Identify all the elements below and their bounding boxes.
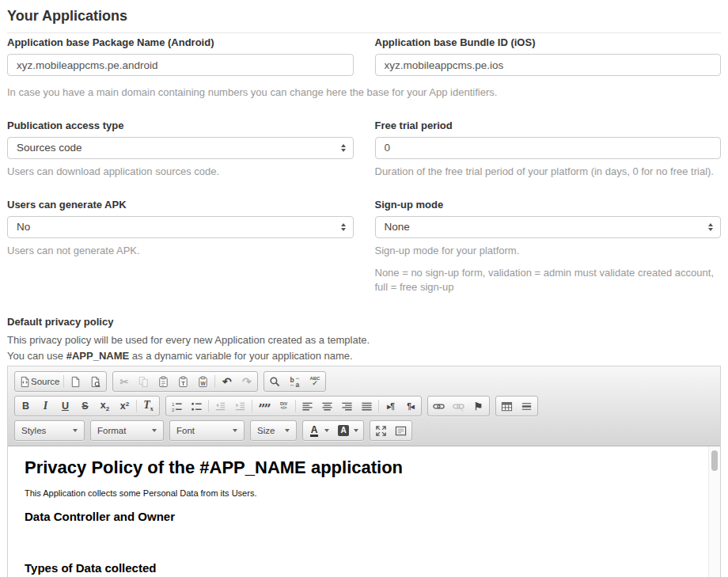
subscript-icon: x2 xyxy=(99,400,112,412)
link-button[interactable] xyxy=(429,397,449,416)
undo-button[interactable]: ↶ xyxy=(217,372,237,391)
replace-button[interactable]: ba xyxy=(285,372,305,391)
newpage-button[interactable] xyxy=(66,372,85,391)
toolbar-group xyxy=(370,420,412,441)
format-dropdown[interactable]: Format xyxy=(92,421,162,440)
source-button[interactable]: Source xyxy=(16,372,62,391)
underline-button[interactable]: U xyxy=(55,397,75,416)
anchor-button[interactable]: ⚑ xyxy=(468,397,488,416)
find-button[interactable] xyxy=(265,372,285,391)
outdent-button xyxy=(210,397,230,416)
format-label: Format xyxy=(97,426,126,435)
paste-button[interactable] xyxy=(154,372,173,391)
spellcheck-button[interactable]: ABC✓ xyxy=(305,372,324,391)
font-dropdown[interactable]: Font xyxy=(171,421,243,440)
bulletlist-icon xyxy=(191,400,203,412)
toolbar-separator xyxy=(252,400,252,412)
preview-button[interactable] xyxy=(85,372,105,391)
textcolor-button[interactable]: A xyxy=(304,421,333,440)
blockquote-button[interactable]: ”” xyxy=(254,397,274,416)
generate-apk-help: Users can not generate APK. xyxy=(7,244,354,259)
italic-button[interactable]: I xyxy=(36,397,55,416)
spacer xyxy=(25,530,693,561)
chevron-down-icon xyxy=(73,429,78,432)
svg-text:b: b xyxy=(290,376,294,384)
free-trial-label: Free trial period xyxy=(375,120,722,131)
bulletlist-button[interactable] xyxy=(187,397,207,416)
find-icon xyxy=(269,375,282,388)
toolbar-group: ⚑ xyxy=(427,396,490,416)
field-bundle-id: Application base Bundle ID (iOS) xyxy=(375,36,722,76)
generate-apk-select[interactable]: No xyxy=(7,216,354,238)
select-stepper-icon xyxy=(341,223,346,231)
editor-scrollbar[interactable] xyxy=(708,446,720,577)
chevron-down-icon xyxy=(285,429,290,432)
bidiltr-button[interactable]: ▸¶ xyxy=(381,397,400,416)
size-dropdown[interactable]: Size xyxy=(252,421,295,440)
publication-access-select[interactable]: Sources code xyxy=(7,137,354,159)
alignleft-icon xyxy=(301,400,314,412)
bundle-id-input[interactable] xyxy=(375,54,722,76)
toolbar-group xyxy=(495,396,538,416)
indent-icon xyxy=(234,400,247,412)
toolbar-group: Styles xyxy=(14,420,85,441)
unlink-icon xyxy=(453,400,465,412)
editor-content-area[interactable]: Privacy Policy of the #APP_NAME applicat… xyxy=(8,446,720,577)
alignjustify-button[interactable] xyxy=(357,397,377,416)
free-trial-input[interactable] xyxy=(375,137,722,159)
underline-icon: U xyxy=(59,400,72,412)
strike-button[interactable]: S xyxy=(75,397,95,416)
page-title: Your Applications xyxy=(7,8,721,25)
bgcolor-button[interactable]: A xyxy=(333,421,362,440)
toolbar-separator xyxy=(214,375,215,388)
bidirtl-button[interactable]: ¶◂ xyxy=(400,397,420,416)
toolbar-separator xyxy=(208,400,209,412)
svg-text:a: a xyxy=(296,381,300,388)
numberedlist-button[interactable]: 12 xyxy=(167,397,187,416)
applications-form: Application base Package Name (Android) … xyxy=(7,36,721,295)
font-label: Font xyxy=(176,426,195,435)
horizontalrule-button[interactable] xyxy=(517,397,537,416)
editor-scrollbar-thumb[interactable] xyxy=(711,450,718,471)
preview-icon xyxy=(89,375,102,388)
showblocks-button[interactable] xyxy=(391,421,411,440)
chevron-down-icon xyxy=(324,429,329,432)
generate-apk-label: Users can generate APK xyxy=(7,199,354,211)
rich-text-editor: Source✂TW↶↷baABC✓BIUSx2x2Tx12””DIV</>▸¶¶… xyxy=(7,366,721,577)
publication-access-help: Users can download application sources c… xyxy=(7,165,354,180)
bidirtl-icon: ¶◂ xyxy=(404,400,417,412)
pastetext-button[interactable]: T xyxy=(173,372,193,391)
toolbar-group: 12””DIV</>▸¶¶◂ xyxy=(165,396,422,416)
superscript-button[interactable]: x2 xyxy=(115,397,135,416)
package-name-input[interactable] xyxy=(7,54,354,76)
pasteword-button[interactable]: W xyxy=(193,372,213,391)
indent-button xyxy=(230,397,250,416)
source-label: Source xyxy=(31,377,59,386)
bundle-id-label: Application base Bundle ID (iOS) xyxy=(375,36,722,48)
maximize-icon xyxy=(375,424,388,437)
bold-button[interactable]: B xyxy=(16,397,36,416)
cut-icon: ✂ xyxy=(118,375,131,388)
alignleft-button[interactable] xyxy=(298,397,317,416)
aligncenter-icon xyxy=(321,400,334,412)
toolbar-group: baABC✓ xyxy=(264,371,326,392)
table-button[interactable] xyxy=(497,397,517,416)
alignright-button[interactable] xyxy=(337,397,357,416)
select-stepper-icon xyxy=(708,223,713,231)
anchor-icon: ⚑ xyxy=(472,400,485,412)
svg-text:1: 1 xyxy=(172,400,175,406)
aligncenter-button[interactable] xyxy=(317,397,337,416)
creatediv-button[interactable]: DIV</> xyxy=(274,397,294,416)
editor-toolbar: Source✂TW↶↷baABC✓BIUSx2x2Tx12””DIV</>▸¶¶… xyxy=(8,366,720,446)
removeformat-button[interactable]: Tx xyxy=(138,397,158,416)
numberedlist-icon: 12 xyxy=(171,400,184,412)
cut-button: ✂ xyxy=(114,372,134,391)
superscript-icon: x2 xyxy=(119,400,131,412)
privacy-help-variable: #APP_NAME xyxy=(66,350,129,362)
signup-mode-value: None xyxy=(385,221,410,233)
subscript-button[interactable]: x2 xyxy=(95,397,115,416)
signup-mode-select[interactable]: None xyxy=(375,216,722,238)
toolbar-group: BIUSx2x2Tx xyxy=(14,396,160,416)
maximize-button[interactable] xyxy=(371,421,391,440)
styles-dropdown[interactable]: Styles xyxy=(16,421,83,440)
